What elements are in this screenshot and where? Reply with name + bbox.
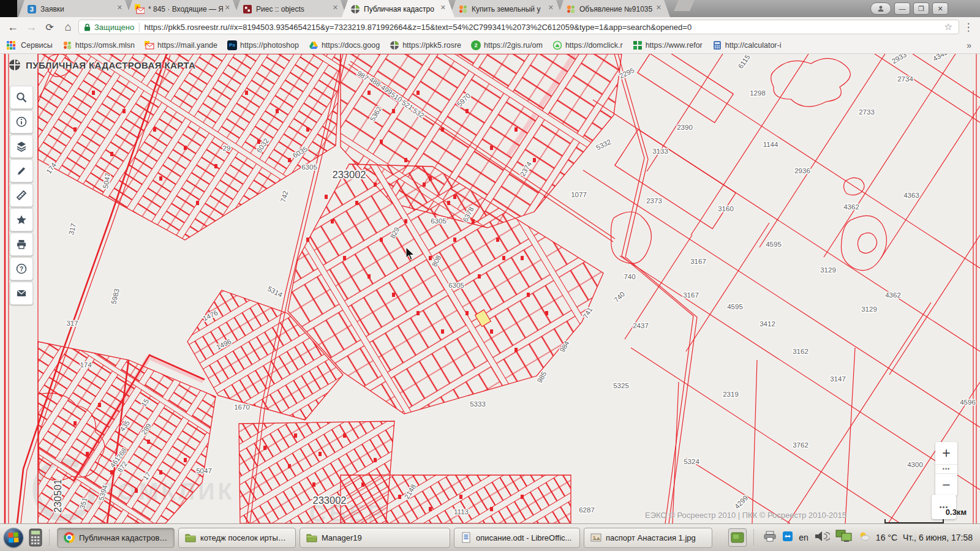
quarter-label: 233002 <box>332 169 366 180</box>
map-title: ПУБЛИЧНАЯ КАДАСТРОВАЯ КАРТА <box>9 59 195 71</box>
bookmark-photoshop[interactable]: Ps https://photoshop <box>225 39 304 51</box>
parcel-label: 4595 <box>766 241 782 248</box>
zoom-slider-handle[interactable]: ••• <box>935 464 957 474</box>
zayavki-favicon: З <box>27 4 37 14</box>
home-button[interactable]: ⌂ <box>60 21 76 34</box>
zoom-in-button[interactable]: + <box>935 442 957 464</box>
mail-icon <box>15 287 28 299</box>
taskbar-item-libreoffice[interactable]: описание.odt - LibreOffic... <box>454 528 580 548</box>
workspace-switcher[interactable] <box>728 528 747 547</box>
parcel-label: 5047 <box>196 467 212 474</box>
bookmark-star-icon[interactable]: ☆ <box>943 21 954 32</box>
tab-close-icon[interactable]: ✕ <box>333 4 338 12</box>
bookmarks-folder[interactable]: Сервисы <box>18 40 58 51</box>
bookmark-mlsn[interactable]: https://omsk.mlsn <box>60 39 140 51</box>
layers-button[interactable] <box>10 135 33 158</box>
tray-separator <box>753 530 756 545</box>
2gis-icon: 2 <box>471 40 481 50</box>
draw-button[interactable] <box>10 159 33 182</box>
taskbar-item-image[interactable]: паспорт Анастасия 1.jpg <box>584 528 712 548</box>
tab-zayavki[interactable]: З Заявки ✕ <box>18 0 131 17</box>
parcel-label: 6305 <box>431 217 447 225</box>
tab-close-icon[interactable]: ✕ <box>225 4 230 12</box>
parcel-label: 174 <box>80 361 92 369</box>
bookmarks-overflow-chevron[interactable]: » <box>967 40 974 50</box>
bookmark-reformagkh[interactable]: https://www.refor <box>630 39 707 51</box>
calculator-launcher[interactable] <box>27 528 44 547</box>
parcel-label: 29 <box>223 144 231 152</box>
bookmark-2gis[interactable]: 2 https://2gis.ru/om <box>469 39 548 51</box>
browser-menu-icon[interactable]: ⋮ <box>962 21 975 34</box>
parcel-label: 2936 <box>794 167 810 174</box>
bookmark-pkk[interactable]: https://pkk5.rosre <box>387 39 466 51</box>
tab-close-icon[interactable]: ✕ <box>548 4 554 12</box>
tab-close-icon[interactable]: ✕ <box>440 4 446 12</box>
svg-text:?: ? <box>20 266 23 272</box>
windows-logo-icon <box>8 532 19 543</box>
back-button[interactable]: ← <box>5 21 21 34</box>
printer-tray-icon[interactable] <box>763 530 777 545</box>
bookmark-calculator[interactable]: http://calculator-i <box>710 39 786 51</box>
tab-avito-listing[interactable]: Объявление №91035 ✕ <box>557 0 670 17</box>
bookmark-yandex-mail[interactable]: https://mail.yande <box>142 39 222 51</box>
tab-avito-search[interactable]: Купить земельный у ✕ <box>450 0 562 17</box>
maximize-button[interactable]: ❐ <box>913 2 929 15</box>
scale-bar <box>884 519 944 523</box>
parcel-label: 3167 <box>690 258 706 265</box>
tab-pkk-active[interactable]: Публичная кадастро ✕ <box>342 0 454 17</box>
parcel-label: 1113 <box>454 508 469 515</box>
avito-favicon <box>458 4 468 14</box>
address-bar[interactable]: Защищено | https://pkk5.rosreestr.ru/#x=… <box>78 20 959 34</box>
info-icon <box>15 116 28 128</box>
volume-tray-icon[interactable] <box>814 530 830 545</box>
google-drive-icon <box>309 40 318 50</box>
reload-button[interactable]: ⟳ <box>42 21 58 33</box>
tab-mail[interactable]: 1 * 845 · Входящие — Я ✕ <box>126 0 239 17</box>
help-button[interactable]: ? <box>10 257 33 280</box>
cadastral-map[interactable]: ДОМКЛИК СБЕР <box>0 54 980 523</box>
clock[interactable]: Чт., 6 июня, 17:58 <box>903 533 973 542</box>
chrome-icon <box>64 532 75 543</box>
search-button[interactable] <box>10 86 33 109</box>
print-button[interactable] <box>10 233 33 256</box>
mouse-cursor <box>405 247 417 264</box>
taskbar-item-chrome[interactable]: Публичная кадастровая ... <box>57 528 175 548</box>
bookmark-domclick[interactable]: https://domclick.r <box>550 39 628 51</box>
minimize-button[interactable]: — <box>894 2 910 15</box>
parcel-label: 2319 <box>723 391 739 398</box>
teamviewer-tray-icon[interactable] <box>782 531 793 544</box>
temperature-indicator[interactable]: 16 °C <box>876 533 897 542</box>
keyboard-layout-indicator[interactable]: en <box>799 533 809 542</box>
map-toolbar: ? <box>10 86 33 305</box>
apps-grid-icon[interactable] <box>6 40 16 50</box>
close-button[interactable]: ✕ <box>932 2 948 15</box>
tab-close-icon[interactable]: ✕ <box>656 4 662 12</box>
zoom-control: + ••• − <box>935 442 957 496</box>
measure-button[interactable] <box>10 184 33 207</box>
info-button[interactable] <box>10 110 33 133</box>
parcel-label: 6287 <box>579 506 595 514</box>
taskbar-item-folder-manager19[interactable]: Manager19 <box>300 528 450 548</box>
taskbar-item-folder-kotedzh[interactable]: котедж поселок иртышс... <box>178 528 296 548</box>
tab-close-icon[interactable]: ✕ <box>117 4 123 12</box>
measure-icon <box>15 189 28 201</box>
parcel-label: 740 <box>624 273 635 280</box>
parcel-label: 2373 <box>646 197 662 204</box>
network-monitors-tray-icon[interactable] <box>835 529 853 546</box>
zoom-out-button[interactable]: − <box>935 474 957 496</box>
feedback-button[interactable] <box>10 282 33 305</box>
profile-button[interactable] <box>870 2 891 15</box>
cadastral-map-viewport[interactable]: ДОМКЛИК СБЕР <box>0 54 980 523</box>
star-icon <box>15 214 28 226</box>
parcel-label: 6305 <box>301 163 317 171</box>
new-tab-button[interactable] <box>674 0 695 11</box>
weather-tray-icon[interactable] <box>858 531 870 544</box>
parcel-label: 1144 <box>763 141 778 148</box>
forward-button[interactable]: → <box>23 21 39 34</box>
parcel-label: 2437 <box>633 322 649 329</box>
search-icon <box>15 91 28 103</box>
favorites-button[interactable] <box>10 208 33 231</box>
bookmark-google-docs[interactable]: https://docs.goog <box>306 39 385 51</box>
start-button[interactable] <box>4 528 23 547</box>
tab-ries[interactable]: Риес :: objects ✕ <box>234 0 347 17</box>
